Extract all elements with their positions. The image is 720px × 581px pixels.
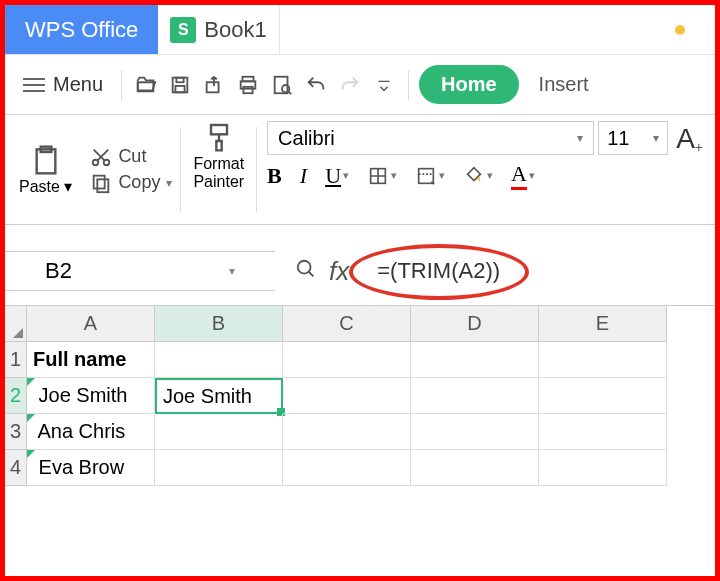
hamburger-icon — [23, 78, 45, 92]
font-name-value: Calibri — [278, 127, 335, 150]
format-painter-label-1: Format — [193, 155, 244, 172]
cell-C3[interactable] — [283, 414, 411, 450]
zoom-icon[interactable] — [295, 258, 317, 284]
cell-E4[interactable] — [539, 450, 667, 486]
app-name: WPS Office — [5, 5, 158, 54]
cell-E1[interactable] — [539, 342, 667, 378]
cell-B1[interactable] — [155, 342, 283, 378]
row-header-2[interactable]: 2 — [5, 378, 27, 414]
name-box-value: B2 — [45, 258, 72, 284]
paste-label: Paste — [19, 178, 60, 195]
cell-A3[interactable]: Ana Chris — [27, 414, 155, 450]
chevron-down-icon: ▾ — [229, 264, 235, 278]
font-size-value: 11 — [607, 127, 629, 150]
formula-bar: B2 ▾ fx =(TRIM(A2)) — [5, 241, 715, 301]
cell-B3[interactable] — [155, 414, 283, 450]
cut-button[interactable]: Cut — [90, 146, 172, 168]
col-header-E[interactable]: E — [539, 306, 667, 342]
cell-A1[interactable]: Full name — [27, 342, 155, 378]
svg-rect-3 — [207, 82, 219, 92]
open-icon[interactable] — [132, 71, 160, 99]
italic-button[interactable]: I — [300, 163, 307, 189]
spreadsheet-grid[interactable]: A B C D E 1 Full name 2 Joe Smith Joe Sm… — [5, 305, 715, 486]
underline-button[interactable]: U▾ — [325, 163, 349, 189]
separator — [121, 70, 122, 100]
menu-button[interactable]: Menu — [15, 69, 111, 100]
format-painter-button[interactable]: FormatPainter — [185, 121, 252, 218]
spreadsheet-icon: S — [170, 17, 196, 43]
chevron-down-icon: ▾ — [577, 131, 583, 145]
cell-A2[interactable]: Joe Smith — [27, 378, 155, 414]
cell-D4[interactable] — [411, 450, 539, 486]
cell-D1[interactable] — [411, 342, 539, 378]
formula-input[interactable]: =(TRIM(A2)) — [361, 256, 516, 286]
redo-icon[interactable] — [336, 71, 364, 99]
cell-E2[interactable] — [539, 378, 667, 414]
copy-label: Copy — [118, 172, 160, 193]
ribbon-tools: Paste ▾ Cut Copy ▾ FormatPainter Calibri… — [5, 115, 715, 225]
formula-value: =(TRIM(A2)) — [377, 258, 500, 283]
svg-rect-17 — [419, 168, 434, 183]
quick-access-toolbar — [132, 71, 398, 99]
print-icon[interactable] — [234, 71, 262, 99]
cell-A4[interactable]: Eva Brow — [27, 450, 155, 486]
name-box[interactable]: B2 ▾ — [5, 251, 275, 291]
svg-rect-14 — [98, 179, 109, 192]
cell-C1[interactable] — [283, 342, 411, 378]
tab-insert[interactable]: Insert — [523, 73, 605, 96]
font-color-button[interactable]: A▾ — [511, 161, 535, 190]
row-header-3[interactable]: 3 — [5, 414, 27, 450]
tab-home[interactable]: Home — [419, 65, 519, 104]
cell-B2[interactable]: Joe Smith — [155, 378, 283, 414]
format-painter-label-2: Painter — [193, 173, 244, 190]
font-size-select[interactable]: 11 ▾ — [598, 121, 668, 155]
svg-rect-13 — [94, 175, 105, 188]
fx-icon[interactable]: fx — [329, 256, 349, 287]
document-tab[interactable]: S Book1 — [158, 5, 279, 54]
paste-button[interactable]: Paste ▾ — [11, 144, 80, 196]
status-dot-icon — [675, 25, 685, 35]
ribbon-tabs: Menu Home Insert — [5, 55, 715, 115]
error-indicator-icon — [27, 450, 35, 458]
fill-color-button[interactable]: ▾ — [463, 165, 493, 187]
col-header-C[interactable]: C — [283, 306, 411, 342]
separator — [180, 127, 181, 212]
separator — [256, 127, 257, 212]
border-button[interactable]: ▾ — [367, 165, 397, 187]
row-header-1[interactable]: 1 — [5, 342, 27, 378]
bold-button[interactable]: B — [267, 163, 282, 189]
tab-title: Book1 — [204, 17, 266, 43]
cell-B4[interactable] — [155, 450, 283, 486]
font-group: Calibri ▾ 11 ▾ A+ B I U▾ ▾ ▾ ▾ A▾ — [261, 121, 713, 218]
cell-C2[interactable] — [283, 378, 411, 414]
chevron-down-icon: ▾ — [653, 131, 659, 145]
title-spacer — [280, 5, 715, 54]
svg-point-18 — [298, 261, 311, 274]
col-header-D[interactable]: D — [411, 306, 539, 342]
select-all-corner[interactable] — [5, 306, 27, 342]
menu-label: Menu — [53, 73, 103, 96]
cell-E3[interactable] — [539, 414, 667, 450]
error-indicator-icon — [27, 414, 35, 422]
svg-rect-2 — [175, 85, 184, 91]
undo-icon[interactable] — [302, 71, 330, 99]
separator — [408, 70, 409, 100]
font-name-select[interactable]: Calibri ▾ — [267, 121, 594, 155]
error-indicator-icon — [27, 378, 35, 386]
print-preview-icon[interactable] — [268, 71, 296, 99]
save-icon[interactable] — [166, 71, 194, 99]
share-icon[interactable] — [200, 71, 228, 99]
svg-rect-1 — [176, 77, 183, 82]
copy-button[interactable]: Copy ▾ — [90, 172, 172, 194]
col-header-B[interactable]: B — [155, 306, 283, 342]
font-grow-icon[interactable]: A+ — [672, 121, 707, 155]
cell-D2[interactable] — [411, 378, 539, 414]
title-bar: WPS Office S Book1 — [5, 5, 715, 55]
cell-style-button[interactable]: ▾ — [415, 165, 445, 187]
qat-dropdown-icon[interactable] — [370, 71, 398, 99]
clipboard-group: Cut Copy ▾ — [86, 121, 176, 218]
cell-D3[interactable] — [411, 414, 539, 450]
row-header-4[interactable]: 4 — [5, 450, 27, 486]
col-header-A[interactable]: A — [27, 306, 155, 342]
cell-C4[interactable] — [283, 450, 411, 486]
